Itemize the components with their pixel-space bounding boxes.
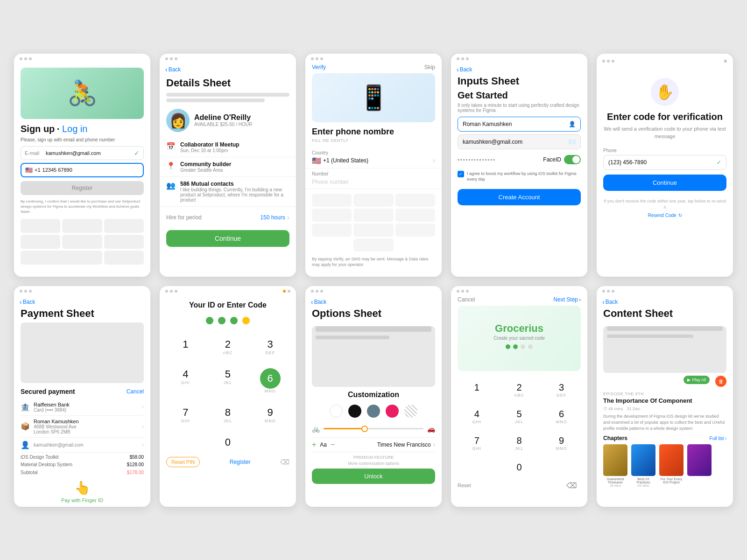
g-key-8[interactable]: 8JKL xyxy=(500,432,539,455)
agree-checkbox[interactable]: ✓ xyxy=(458,171,464,177)
reset-pin-button[interactable]: Reset PIN xyxy=(166,457,200,467)
status-bar-9 xyxy=(451,286,587,294)
username-field[interactable]: Roman Kamushken 👤 xyxy=(458,117,581,132)
font-minus-button[interactable]: + xyxy=(312,441,316,449)
verify-hero: 📱 xyxy=(312,73,435,122)
slider-track[interactable] xyxy=(324,428,423,429)
g-key-7[interactable]: 7GHI xyxy=(458,432,496,455)
email-check-icon: ✓ xyxy=(134,149,140,157)
color-gray[interactable] xyxy=(367,405,380,418)
country-label: Country xyxy=(312,150,435,155)
grocerius-nav: Cancel Next Step › xyxy=(451,294,587,306)
continue-button[interactable]: Continue xyxy=(166,230,289,247)
backspace-icon[interactable]: ⌫ xyxy=(280,458,289,466)
hire-chevron: › xyxy=(287,213,289,222)
card-payment: ‹ Back Payment Sheet Secured payment Can… xyxy=(14,286,150,507)
back-button-inputs[interactable]: ‹ Back xyxy=(457,66,472,73)
finger-pay-button[interactable]: 👆 Pay with Finger ID xyxy=(14,476,150,507)
g-key-4[interactable]: 4GHI xyxy=(458,405,496,428)
verify-nav-left[interactable]: Verify xyxy=(312,64,326,70)
email-value-inputs: kamushken@gmail.com xyxy=(463,139,522,145)
signup-subtitle: Please, sign up with email and phone num… xyxy=(21,137,144,142)
register-link-pin[interactable]: Register xyxy=(230,459,251,465)
continue-blue-button[interactable]: Continue xyxy=(603,175,726,191)
email-field-inputs[interactable]: kamushken@gmail.com ✉️ xyxy=(458,134,581,149)
create-account-button[interactable]: Create Account xyxy=(458,189,581,205)
font-plus-button[interactable]: − xyxy=(331,441,335,449)
g-key-6[interactable]: 6MNO xyxy=(542,405,581,428)
key-5[interactable]: 5JKL xyxy=(209,364,247,398)
finger-label: Pay with Finger ID xyxy=(61,497,103,503)
key-7[interactable]: 7GHI xyxy=(166,402,205,428)
email-input-row[interactable]: E-mail kamushken@gmail.com ✓ xyxy=(21,146,144,160)
verification-title: Enter code for verification xyxy=(603,112,726,122)
profile-status: AVAILABLE $25-50 / HOUR xyxy=(194,122,289,127)
close-button[interactable]: × xyxy=(724,57,727,65)
phone-input[interactable]: 🇺🇸 +1 12345 67890 xyxy=(21,163,144,177)
g-reset-btn[interactable]: Reset xyxy=(458,483,471,488)
shipping-row[interactable]: 📦 Roman Kamushken 468B Westwood Ave Lond… xyxy=(21,416,144,438)
phone-display-value: (123) 456-7890 xyxy=(608,159,647,166)
status-bar-2 xyxy=(160,54,296,62)
pin-title: Your ID or Enter Code xyxy=(166,301,289,309)
grocerius-tagline: Create your sacred code xyxy=(493,336,545,341)
number-field[interactable]: Number Phone number xyxy=(305,168,442,189)
number-label: Number xyxy=(312,171,435,176)
resend-link[interactable]: Resend Code ↻ xyxy=(603,213,726,218)
cancel-link[interactable]: Cancel xyxy=(127,388,144,395)
checkmark-icon: ✓ xyxy=(459,172,463,176)
key-0[interactable]: 0 xyxy=(209,432,247,453)
g-key-1[interactable]: 1 xyxy=(458,378,496,401)
key-2[interactable]: 2ABC xyxy=(209,334,247,360)
color-black[interactable] xyxy=(348,405,361,418)
back-button-payment[interactable]: ‹ Back xyxy=(20,298,35,306)
phone-code: +1 xyxy=(35,167,41,173)
inputs-nav: ‹ Back xyxy=(451,62,587,75)
key-8[interactable]: 8JKL xyxy=(209,402,247,428)
hire-hours[interactable]: 150 hours xyxy=(260,214,285,221)
delete-button[interactable]: 🗑 xyxy=(715,376,726,387)
color-pink[interactable] xyxy=(386,405,399,418)
back-button-details[interactable]: ‹ Back xyxy=(165,66,181,73)
back-button-content[interactable]: ‹ Back xyxy=(602,298,618,306)
skip-button[interactable]: Skip xyxy=(424,64,435,70)
pin-content: Your ID or Enter Code 1 2ABC 3DEF 4GHI 5… xyxy=(160,294,296,474)
key-3[interactable]: 3DEF xyxy=(251,334,289,360)
key-6[interactable]: 6MNO xyxy=(251,364,289,398)
color-white[interactable] xyxy=(330,405,343,418)
unlock-button[interactable]: Unlock xyxy=(312,469,435,484)
contact-row[interactable]: 👤 kamushken@gmail.com › xyxy=(21,438,144,453)
g-key-9[interactable]: 9MNO xyxy=(542,432,581,455)
g-key-5[interactable]: 5JKL xyxy=(500,405,539,428)
premium-note: PREMIUM FEATURE xyxy=(312,455,435,460)
font-row: + Aa − Times New Francisco › xyxy=(312,437,435,452)
bank-row[interactable]: 🏦 Raiffeisen Bank Card (•••• 3884) › xyxy=(21,399,144,416)
get-started-title: Get Started xyxy=(458,90,581,101)
back-button-options[interactable]: ‹ Back xyxy=(311,298,326,306)
full-list-link[interactable]: Full list › xyxy=(710,436,726,441)
g-key-0[interactable]: 0 xyxy=(500,458,539,476)
input-form: Roman Kamushken 👤 kamushken@gmail.com ✉️… xyxy=(451,115,587,211)
country-field[interactable]: Country 🇺🇸 +1 (United States) › xyxy=(305,147,442,168)
key-1[interactable]: 1 xyxy=(166,334,205,360)
face-id-toggle[interactable] xyxy=(564,155,581,164)
login-link[interactable]: Log in xyxy=(62,124,88,134)
next-step-button[interactable]: Next Step › xyxy=(553,296,581,303)
register-button[interactable]: Register xyxy=(21,181,144,195)
g-key-3[interactable]: 3DEF xyxy=(542,378,581,401)
play-all-button[interactable]: ▶ Play All xyxy=(684,376,710,384)
book-title-2: Best UX Practices xyxy=(631,477,655,484)
key-9[interactable]: 9MNO xyxy=(251,402,289,428)
agree-text: I agree to boost my workflow by using iO… xyxy=(467,171,581,182)
payment-section: Secured payment Cancel 🏦 Raiffeisen Bank… xyxy=(14,388,150,476)
phone-display[interactable]: (123) 456-7890 ✓ xyxy=(603,155,726,170)
g-key-2[interactable]: 2ABC xyxy=(500,378,539,401)
g-backspace-icon[interactable]: ⌫ xyxy=(562,481,581,490)
grocerius-logo: Grocerius xyxy=(495,322,543,335)
grocerius-bottom: Reset ⌫ xyxy=(451,480,587,493)
key-4[interactable]: 4GHI xyxy=(166,364,205,398)
us-flag: 🇺🇸 xyxy=(312,156,321,165)
color-pattern[interactable] xyxy=(404,405,417,418)
email-label: E-mail xyxy=(25,150,46,156)
cancel-button-grocerius[interactable]: Cancel xyxy=(458,296,475,303)
